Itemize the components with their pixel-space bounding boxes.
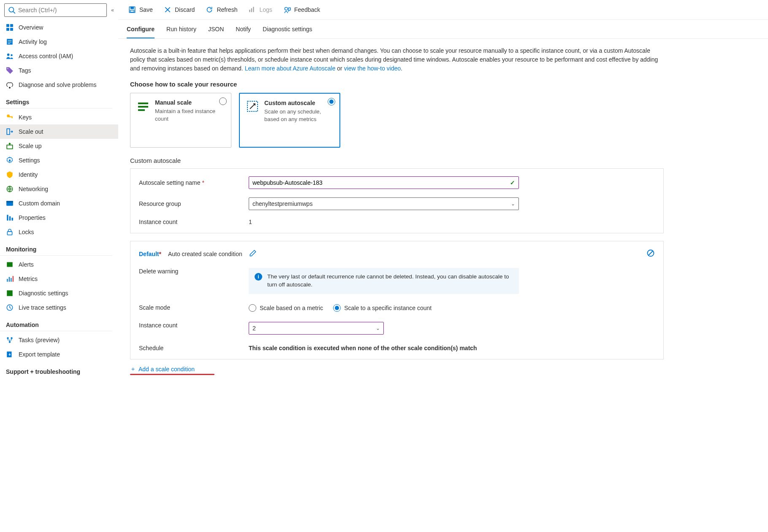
sidebar-item-alerts[interactable]: Alerts (0, 257, 118, 272)
instance-count-label: Instance count (139, 219, 249, 225)
toolbar-label: Discard (175, 6, 195, 13)
tab-notify[interactable]: Notify (236, 20, 251, 38)
sidebar-item-tags[interactable]: Tags (0, 63, 118, 78)
sidebar-item-label: Networking (19, 186, 48, 192)
sidebar-item-label: Diagnostic settings (19, 290, 68, 297)
sidebar-item-label: Tasks (preview) (19, 337, 60, 343)
svg-rect-4 (6, 28, 9, 31)
sidebar-item-diagnose[interactable]: Diagnose and solve problems (0, 78, 118, 92)
card-subtitle: Scale on any schedule, based on any metr… (264, 108, 334, 123)
svg-rect-2 (6, 24, 9, 27)
svg-rect-44 (251, 8, 252, 12)
sidebar-item-properties[interactable]: Properties (0, 211, 118, 225)
svg-point-12 (7, 68, 8, 69)
manual-scale-icon (136, 99, 150, 113)
setting-name-text[interactable] (252, 179, 510, 186)
radio-label: Scale based on a metric (260, 305, 323, 311)
feedback-button[interactable]: Feedback (282, 4, 322, 15)
resource-group-select[interactable]: chenyltestpremiumwps ⌄ (249, 197, 519, 210)
key-icon (6, 113, 14, 121)
svg-rect-39 (131, 7, 134, 9)
main-content: Save Discard Refresh Logs Feedback Confi… (118, 0, 768, 532)
overview-icon (6, 24, 14, 31)
svg-point-13 (9, 87, 11, 88)
sidebar-item-label: Identity (19, 171, 38, 178)
add-scale-condition-link[interactable]: ＋ Add a scale condition (130, 365, 195, 373)
diagnose-icon (6, 81, 14, 89)
tasks-icon (6, 336, 14, 344)
export-icon (6, 351, 14, 358)
svg-point-35 (11, 337, 13, 339)
tab-configure[interactable]: Configure (127, 20, 155, 38)
sidebar-item-overview[interactable]: Overview (0, 20, 118, 35)
card-subtitle: Maintain a fixed instance count (155, 108, 225, 123)
edit-icon[interactable] (249, 249, 257, 258)
disable-icon[interactable] (646, 249, 655, 259)
radio-indicator (328, 98, 335, 105)
sidebar-item-scale-up[interactable]: Scale up (0, 139, 118, 153)
sidebar-item-settings[interactable]: Settings (0, 153, 118, 167)
resource-group-label: Resource group (139, 200, 249, 207)
sidebar-item-label: Properties (19, 214, 46, 221)
discard-button[interactable]: Discard (162, 4, 196, 15)
networking-icon (6, 185, 14, 193)
sidebar-item-metrics[interactable]: Metrics (0, 272, 118, 286)
scale-mode-metric-radio[interactable]: Scale based on a metric (249, 304, 323, 312)
collapse-sidebar-icon[interactable]: « (111, 7, 114, 13)
choose-scale-heading: Choose how to scale your resource (130, 81, 664, 88)
sidebar-item-keys[interactable]: Keys (0, 110, 118, 124)
sidebar-item-label: Custom domain (19, 200, 60, 207)
scale-mode-label: Scale mode (139, 304, 249, 311)
cond-instance-count-select[interactable]: 2 ⌄ (249, 322, 384, 335)
sidebar-item-diagnostic-settings[interactable]: Diagnostic settings (0, 286, 118, 300)
metrics-icon (6, 275, 14, 283)
search-box[interactable] (4, 3, 107, 17)
custom-autoscale-icon (246, 100, 259, 113)
sidebar-item-custom-domain[interactable]: Custom domain (0, 196, 118, 211)
logs-button: Logs (247, 4, 274, 15)
sidebar-item-label: Export template (19, 351, 60, 358)
svg-rect-37 (7, 351, 11, 357)
condition-title: Default* (139, 251, 161, 257)
sidebar-item-identity[interactable]: Identity (0, 167, 118, 182)
svg-rect-48 (138, 106, 148, 108)
svg-rect-32 (7, 290, 13, 296)
sidebar-item-tasks[interactable]: Tasks (preview) (0, 333, 118, 347)
condition-subtitle: Auto created scale condition (168, 251, 242, 257)
svg-rect-29 (9, 277, 10, 282)
tab-bar: Configure Run history JSON Notify Diagno… (118, 20, 768, 39)
manual-scale-card[interactable]: Manual scale Maintain a fixed instance c… (130, 93, 231, 148)
sidebar-item-locks[interactable]: Locks (0, 225, 118, 239)
tab-json[interactable]: JSON (208, 20, 224, 38)
info-icon: i (255, 273, 262, 281)
sidebar-item-export-template[interactable]: Export template (0, 347, 118, 362)
custom-autoscale-card[interactable]: Custom autoscale Scale on any schedule, … (239, 93, 340, 148)
default-condition-box: Default* Auto created scale condition De… (130, 241, 664, 359)
sidebar-item-scale-out[interactable]: Scale out (0, 124, 118, 139)
tab-run-history[interactable]: Run history (166, 20, 196, 38)
svg-rect-9 (8, 43, 11, 43)
learn-more-link[interactable]: Learn more about Azure Autoscale (245, 65, 336, 72)
refresh-button[interactable]: Refresh (204, 4, 239, 15)
sidebar-item-activity-log[interactable]: Activity log (0, 35, 118, 49)
scale-mode-specific-radio[interactable]: Scale to a specific instance count (333, 304, 431, 312)
save-button[interactable]: Save (127, 4, 155, 15)
sidebar-item-label: Live trace settings (19, 304, 66, 311)
cond-instance-count-label: Instance count (139, 322, 249, 329)
sidebar-item-networking[interactable]: Networking (0, 182, 118, 196)
sidebar-item-access-control[interactable]: Access control (IAM) (0, 49, 118, 63)
sidebar-item-label: Scale up (19, 143, 41, 149)
setting-name-input[interactable]: ✓ (249, 176, 519, 189)
tab-diagnostic-settings[interactable]: Diagnostic settings (263, 20, 312, 38)
search-input[interactable] (18, 7, 103, 14)
toolbar: Save Discard Refresh Logs Feedback (118, 0, 768, 20)
sidebar-item-live-trace[interactable]: Live trace settings (0, 300, 118, 315)
how-to-video-link[interactable]: view the how-to video (344, 65, 401, 72)
sidebar-item-label: Metrics (19, 275, 38, 282)
svg-point-11 (11, 54, 13, 57)
search-icon (8, 6, 16, 14)
svg-rect-24 (9, 216, 11, 221)
sidebar-group-settings: Settings (0, 95, 112, 108)
add-condition-label: Add a scale condition (138, 366, 195, 373)
autoscale-form: Autoscale setting name ✓ Resource group … (130, 168, 664, 233)
